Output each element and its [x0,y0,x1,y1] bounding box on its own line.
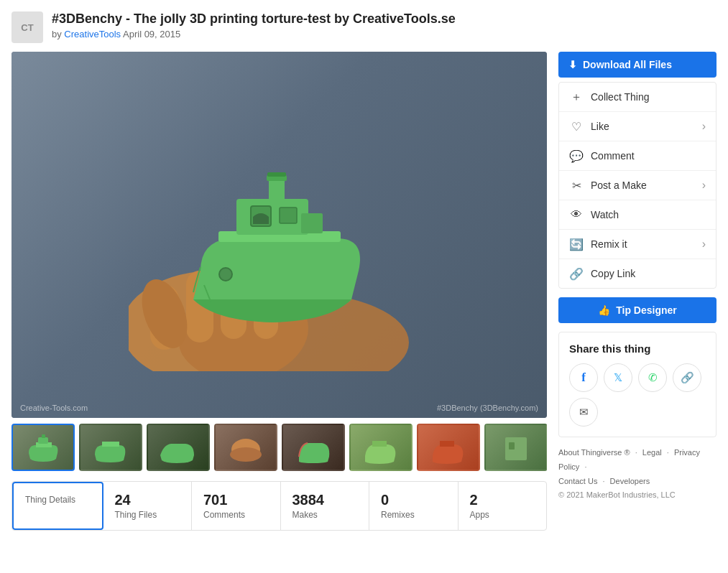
svg-rect-21 [102,442,119,447]
heart-icon: ♡ [569,119,584,134]
right-column: ⬇ Download All Files ＋ Collect Thing ♡ L… [558,52,717,531]
stat-comments-label: Comments [203,510,269,520]
contact-link[interactable]: Contact Us [558,477,597,485]
stat-thing-files-label: Thing Files [115,510,180,520]
share-email-button[interactable]: ✉ [569,398,598,427]
post-make-icon: ✂ [569,178,584,192]
stats-row: Thing Details 24 Thing Files 701 Comment… [11,481,547,531]
remix-label: Remix it [591,238,627,250]
left-column: Creative-Tools.com #3DBenchy (3DBenchy.c… [11,52,547,531]
page-wrapper: CT #3DBenchy - The jolly 3D printing tor… [0,0,728,573]
comment-item[interactable]: 💬 Comment [559,141,716,171]
like-arrow-icon: › [702,120,706,133]
thumbnail-strip [11,424,547,471]
comment-icon: 💬 [569,149,584,163]
svg-rect-25 [440,441,454,447]
thumbnail-7[interactable] [484,424,547,471]
copy-link-label: Copy Link [591,268,635,279]
svg-rect-27 [509,442,515,449]
post-make-label: Post a Make [591,180,647,191]
copy-link-icon: 🔗 [569,266,584,281]
tip-designer-button[interactable]: 👍 Tip Designer [558,297,717,323]
stat-apps-label: Apps [470,510,535,520]
svg-rect-19 [38,437,48,444]
tip-icon: 👍 [598,304,610,316]
svg-rect-12 [269,177,285,202]
twitter-icon: 𝕏 [614,371,622,384]
svg-rect-15 [301,213,323,233]
stat-makes[interactable]: 3884 Makes [281,482,370,530]
stat-comments-number: 701 [203,492,269,508]
watch-icon: 👁 [569,208,584,222]
header-section: CT #3DBenchy - The jolly 3D printing tor… [11,11,717,43]
thumbnail-0[interactable] [11,424,75,471]
like-item[interactable]: ♡ Like › [559,112,716,141]
svg-rect-8 [236,199,308,235]
whatsapp-icon: ✆ [648,371,658,384]
about-link[interactable]: About Thingiverse ® [558,448,630,457]
main-image[interactable]: Creative-Tools.com #3DBenchy (3DBenchy.c… [11,52,547,418]
thumbnail-4[interactable] [282,424,345,471]
plus-icon: ＋ [569,90,584,104]
download-all-files-button[interactable]: ⬇ Download All Files [558,52,717,78]
comment-label: Comment [591,150,635,162]
share-title: Share this thing [569,343,706,355]
stat-makes-label: Makes [292,510,358,520]
svg-rect-20 [42,434,45,438]
svg-rect-14 [267,172,286,177]
thumbnail-3[interactable] [214,424,277,471]
byline: by CreativeTools April 09, 2015 [52,29,456,39]
stat-thing-files-number: 24 [115,492,180,508]
stat-thing-details[interactable]: Thing Details [12,482,103,530]
stat-thing-files[interactable]: 24 Thing Files [103,482,193,530]
copy-link-item[interactable]: 🔗 Copy Link [559,259,716,288]
svg-point-16 [219,268,232,281]
thumbnail-2[interactable] [147,424,210,471]
thumbnail-6[interactable] [417,424,480,471]
image-placeholder: Creative-Tools.com #3DBenchy (3DBenchy.c… [11,52,547,418]
share-whatsapp-button[interactable]: ✆ [638,363,667,392]
remix-icon: 🔄 [569,237,584,251]
author-link[interactable]: CreativeTools [64,29,121,39]
svg-rect-11 [280,208,297,223]
share-facebook-button[interactable]: f [569,363,598,392]
link-icon: 🔗 [681,371,694,384]
copyright: © 2021 MakerBot Industries, LLC [558,490,676,499]
remix-arrow-icon: › [702,238,706,251]
stat-thing-details-label: Thing Details [25,495,91,505]
share-box: Share this thing f 𝕏 ✆ 🔗 ✉ [558,332,717,437]
watermark-left: Creative-Tools.com [20,404,88,412]
legal-link[interactable]: Legal [642,448,662,457]
thumbnail-5[interactable] [349,424,413,471]
share-icons: f 𝕏 ✆ 🔗 ✉ [569,363,706,427]
stat-comments[interactable]: 701 Comments [192,482,281,530]
stat-makes-number: 3884 [292,492,358,508]
svg-rect-24 [372,441,387,447]
like-label: Like [591,121,609,132]
action-list: ＋ Collect Thing ♡ Like › 💬 Comment [558,82,717,289]
footer-links: About Thingiverse ® · Legal · Privacy Po… [558,446,717,503]
svg-rect-26 [505,437,527,460]
thumbnail-1[interactable] [79,424,142,471]
watermark-right: #3DBenchy (3DBenchy.com) [437,404,538,412]
header-text: #3DBenchy - The jolly 3D printing tortur… [52,11,456,39]
watch-label: Watch [591,209,619,220]
collect-thing-item[interactable]: ＋ Collect Thing [559,83,716,112]
stat-remixes-number: 0 [381,492,446,508]
stat-remixes-label: Remixes [381,510,446,520]
remix-item[interactable]: 🔄 Remix it › [559,230,716,259]
stat-apps[interactable]: 2 Apps [459,482,547,530]
share-link-button[interactable]: 🔗 [673,363,701,392]
email-icon: ✉ [579,406,589,419]
watch-item[interactable]: 👁 Watch [559,200,716,230]
post-make-arrow-icon: › [702,179,706,192]
download-icon: ⬇ [568,59,577,70]
developers-link[interactable]: Developers [610,477,650,485]
benchy-boat-svg [129,98,430,371]
page-title: #3DBenchy - The jolly 3D printing tortur… [52,11,456,27]
post-make-item[interactable]: ✂ Post a Make › [559,171,716,200]
facebook-icon: f [581,371,586,385]
publish-date: April 09, 2015 [123,29,180,39]
share-twitter-button[interactable]: 𝕏 [604,363,632,392]
stat-remixes[interactable]: 0 Remixes [369,482,459,530]
